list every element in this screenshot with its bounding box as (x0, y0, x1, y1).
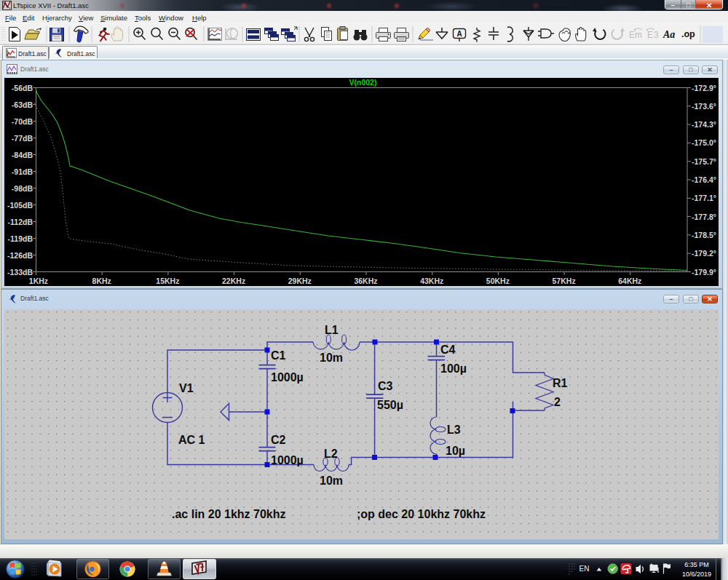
svg-text:3: 3 (654, 30, 659, 40)
svg-text:100µ: 100µ (440, 362, 467, 375)
svg-text:-175.7°: -175.7° (692, 157, 716, 166)
svg-text:1KHz: 1KHz (29, 277, 48, 285)
svg-text:15KHz: 15KHz (156, 277, 179, 285)
svg-text:-178.5°: -178.5° (692, 231, 716, 239)
svg-text:C4: C4 (440, 343, 456, 356)
svg-text:R1: R1 (553, 377, 568, 389)
svg-text:22KHz: 22KHz (222, 277, 245, 285)
svg-text:V(n002): V(n002) (349, 78, 377, 87)
svg-text:-98dB: -98dB (12, 184, 33, 193)
svg-text:29KHz: 29KHz (288, 277, 312, 285)
svg-text:-174.3°: -174.3° (692, 120, 716, 129)
svg-text:EN: EN (579, 565, 590, 573)
svg-text:-179.9°: -179.9° (692, 268, 716, 277)
svg-text:-70dB: -70dB (12, 117, 33, 126)
svg-text:Aa: Aa (662, 29, 675, 40)
svg-text:-119dB: -119dB (8, 234, 33, 243)
svg-text:C1: C1 (271, 349, 286, 362)
svg-text:E: E (629, 30, 635, 40)
svg-text:64KHz: 64KHz (618, 277, 641, 285)
svg-text:10m: 10m (320, 474, 343, 487)
svg-text:10m: 10m (320, 351, 343, 364)
svg-text:-56dB: -56dB (12, 84, 33, 92)
svg-text:-173.6°: -173.6° (692, 102, 716, 111)
svg-text:-133dB: -133dB (7, 268, 33, 277)
svg-text:-63dB: -63dB (12, 100, 33, 109)
svg-text:.op: .op (681, 29, 695, 39)
svg-text:C3: C3 (378, 380, 393, 392)
svg-text:2: 2 (554, 396, 561, 408)
svg-text:36KHz: 36KHz (354, 277, 377, 285)
svg-text:;op dec 20 10khz 70khz: ;op dec 20 10khz 70khz (357, 508, 486, 520)
svg-text:-175.0°: -175.0° (692, 138, 716, 147)
svg-text:57KHz: 57KHz (553, 277, 576, 285)
svg-text:10µ: 10µ (446, 445, 465, 457)
svg-text:43KHz: 43KHz (420, 277, 443, 285)
svg-text:C2: C2 (271, 434, 286, 446)
svg-text:L2: L2 (324, 448, 338, 460)
svg-text:E: E (647, 30, 653, 40)
svg-text:.ac lin 20 1khz 70khz: .ac lin 20 1khz 70khz (172, 508, 286, 520)
svg-text:-84dB: -84dB (12, 151, 33, 159)
svg-text:-91dB: -91dB (12, 167, 33, 176)
svg-text:-177.8°: -177.8° (692, 212, 716, 221)
svg-text:AC 1: AC 1 (178, 434, 205, 446)
svg-text:550µ: 550µ (377, 399, 403, 411)
svg-text:1000µ: 1000µ (271, 454, 304, 466)
svg-text:-172.9°: -172.9° (692, 84, 716, 92)
svg-text:1000µ: 1000µ (271, 371, 304, 384)
svg-text:-105dB: -105dB (7, 201, 33, 210)
svg-text:8KHz: 8KHz (92, 277, 111, 285)
svg-text:m: m (635, 30, 642, 40)
svg-text:V1: V1 (179, 382, 194, 394)
svg-text:-77dB: -77dB (12, 134, 33, 143)
svg-text:-176.4°: -176.4° (692, 175, 716, 184)
svg-text:-179.2°: -179.2° (692, 249, 716, 258)
svg-text:50KHz: 50KHz (486, 277, 510, 285)
svg-text:-126dB: -126dB (7, 251, 33, 260)
svg-text:A: A (456, 30, 462, 38)
svg-text:-112dB: -112dB (8, 218, 33, 226)
svg-text:-177.1°: -177.1° (692, 194, 716, 202)
svg-text:L3: L3 (447, 424, 461, 436)
svg-text:L1: L1 (325, 324, 339, 336)
